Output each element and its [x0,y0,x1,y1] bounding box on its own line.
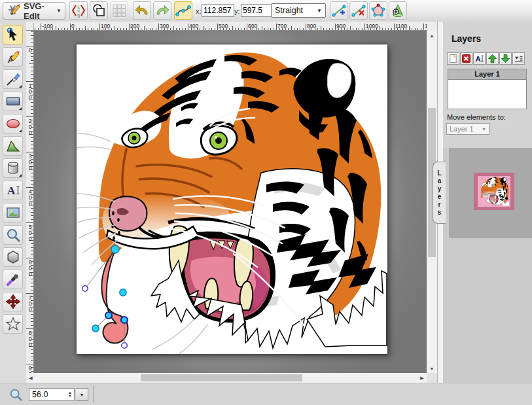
tiger-thumbnail-image [478,176,510,207]
line-tool-button[interactable] [3,69,23,89]
chevron-down-icon: ▼ [482,127,486,132]
layers-panel-toggle[interactable]: Layers [433,162,446,224]
path-node-point[interactable] [120,289,126,296]
preview-area [449,148,532,238]
image-tool-button[interactable] [3,203,23,222]
horizontal-scrollbar[interactable]: ◀ ▶ [26,373,427,383]
rename-layer-button[interactable]: A [473,52,486,65]
svg-edit-logo-icon [7,3,21,20]
vertical-ruler: 0100200300400500600700800900 [26,31,34,373]
scrollbar-corner [427,373,437,383]
main-menu-button[interactable]: SVG-Edit ▼ [3,2,65,20]
scroll-up-arrow[interactable]: ▲ [427,31,437,40]
move-elements-select[interactable]: Layer 1 ▼ [446,123,489,135]
y-coordinate-input[interactable] [241,4,274,17]
delete-node-button[interactable] [349,1,368,20]
ellipse-tool-button[interactable] [3,114,23,133]
select-tool-button[interactable] [3,25,23,44]
segment-type-value: Straight [275,6,303,15]
horizontal-ruler: -100010020030040050060070080090010001100… [34,23,427,31]
zoom-level-input[interactable]: 56.0 ▲▼ [29,388,75,401]
bottom-bar: 56.0 ▲▼ ▼ [0,383,532,405]
zoom-tool-button[interactable] [3,225,23,245]
move-elements-label: Move elements to: [447,113,506,121]
layer-row[interactable]: Layer 1 [448,69,526,80]
left-toolbar: A [0,22,27,383]
svg-text:A: A [7,185,16,197]
flyout-arrow-icon [19,85,22,88]
editing-path [101,249,128,343]
path-node-handle[interactable] [82,286,88,291]
layers-panel: Layers A [443,22,532,148]
scroll-right-arrow[interactable]: ▶ [417,373,427,383]
canvas-viewport[interactable] [34,31,427,373]
flyout-arrow-icon [19,107,22,110]
layers-button-row: A [447,52,525,65]
rectangle-tool-button[interactable] [3,92,23,111]
zoom-dropdown-button[interactable]: ▼ [76,388,88,401]
edit-source-button[interactable]: s v g [69,1,88,20]
stamp-tool-button[interactable] [3,292,23,311]
delete-layer-button[interactable] [460,52,472,65]
svg-text:g: g [77,12,80,18]
segment-type-select[interactable]: Straight ▼ [271,3,326,18]
app-title: SVG-Edit [24,1,54,21]
eyedropper-tool-button[interactable] [3,270,23,289]
move-layer-up-button[interactable] [486,52,499,65]
layer-list[interactable]: Layer 1 [448,69,527,109]
flyout-arrow-icon [19,130,22,132]
chevron-down-icon: ▼ [317,8,322,14]
path-node-point[interactable] [92,325,99,332]
tiger-thumbnail [474,173,514,210]
move-layer-down-button[interactable] [499,52,512,65]
path-node-handle[interactable] [122,343,127,348]
text-tool-button[interactable]: A [3,181,23,200]
layers-tab-label: Layers [436,169,443,217]
move-elements-value: Layer 1 [450,125,474,133]
drawing-canvas[interactable] [77,44,387,354]
new-layer-button[interactable] [447,52,459,65]
path-node-ring[interactable] [105,312,112,319]
add-sub-path-button[interactable] [389,1,407,20]
ruler-corner [26,23,34,31]
chevron-down-icon: ▼ [80,393,84,397]
path-tool-button[interactable] [3,136,23,156]
polygon-tool-button[interactable] [3,247,23,267]
layer-menu-button[interactable] [512,52,525,65]
grid-button[interactable] [110,1,128,20]
path-node-mode-button[interactable] [174,1,192,20]
star-tool-button[interactable] [3,314,23,334]
path-node-selected[interactable] [111,245,119,253]
magnifier-icon [9,387,23,404]
workarea: -100010020030040050060070080090010001100… [26,22,437,383]
top-toolbar: SVG-Edit ▼ s v g [0,0,532,22]
path-node-ring[interactable] [121,317,128,323]
redo-button[interactable] [153,1,171,20]
flyout-arrow-icon [19,174,22,177]
zoom-level-value: 56.0 [29,390,66,399]
undo-button[interactable] [133,1,151,20]
divider [93,386,94,403]
zoom-spinner[interactable]: ▲▼ [66,391,74,398]
svg-text:A: A [475,55,480,63]
chevron-down-icon: ▼ [56,8,62,14]
document-properties-button[interactable] [90,1,108,20]
svg-edit-app: SVG-Edit ▼ s v g [0,0,532,405]
pencil-tool-button[interactable] [3,47,23,67]
scroll-left-arrow[interactable]: ◀ [26,373,35,383]
path-edit-overlay[interactable] [77,44,387,354]
add-node-button[interactable] [330,1,348,20]
open-close-path-button[interactable] [369,1,387,20]
horizontal-scroll-thumb[interactable] [141,374,302,381]
shape-library-button[interactable] [3,158,23,178]
scroll-down-arrow[interactable]: ▼ [427,364,437,373]
x-coordinate-label: x: [196,7,202,15]
layers-panel-title: Layers [452,33,481,44]
y-coordinate-label: y: [234,7,240,15]
x-coordinate-input[interactable] [202,4,234,17]
right-panel: Layers A [443,22,532,383]
